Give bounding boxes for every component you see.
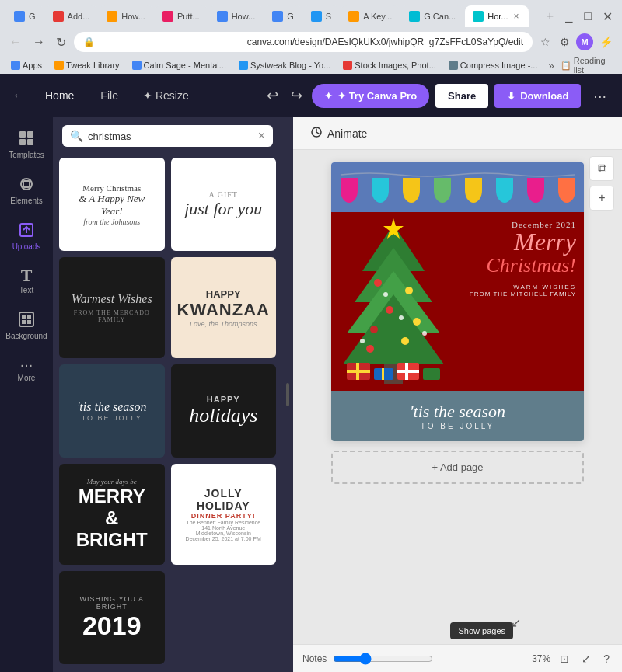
template-card-7[interactable]: May your days be MERRY & BRIGHT [59, 464, 165, 565]
add-page-button[interactable]: + Add page [331, 451, 584, 484]
resize-button[interactable]: ✦ Resize [134, 85, 198, 106]
animate-button[interactable]: Animate [302, 121, 375, 145]
extensions-icon[interactable]: ⚡ [596, 33, 616, 51]
download-button[interactable]: ⬇ Download [494, 84, 581, 108]
templates-icon [18, 130, 35, 149]
template-card-4[interactable]: HAPPY KWANZAA Love, the Thompsons [171, 257, 277, 358]
browser-tab-9[interactable]: G Can... [401, 5, 463, 27]
maximize-icon[interactable]: □ [581, 9, 595, 23]
tcard7-may: May your days be [87, 478, 137, 486]
sidebar-item-background[interactable]: Background [3, 305, 50, 347]
address-bar[interactable]: 🔒 canva.com/design/DAEsIQkUKx0/jwhipQR_g… [74, 32, 533, 52]
tcard5-jolly: TO BE JOLLY [82, 414, 142, 422]
template-card-1[interactable]: Merry Christmas & A Happy New Year! from… [59, 158, 165, 251]
copy-tool-button[interactable]: ⧉ [589, 156, 614, 181]
sidebar-item-templates[interactable]: Templates [3, 124, 50, 166]
svg-rect-11 [22, 320, 26, 324]
more-label: More [18, 374, 36, 383]
back-button[interactable]: ← [6, 32, 25, 52]
svg-rect-37 [382, 368, 384, 380]
toolbar-actions: ☆ ⚙ M ⚡ [537, 33, 616, 51]
more-options-button[interactable]: ··· [587, 84, 613, 108]
forward-button[interactable]: → [30, 32, 48, 52]
design-card: December 2021 Merry Christmas! WARM WISH… [331, 162, 584, 441]
reading-list[interactable]: 📋 Reading list [561, 56, 616, 75]
redo-button[interactable]: ↪ [288, 84, 306, 107]
bookmark-apps[interactable]: Apps [6, 59, 47, 71]
design-jolly-label: TO BE JOLLY [344, 422, 571, 430]
template-card-8[interactable]: JOLLY HOLIDAY DINNER PARTY! The Bennett … [171, 464, 277, 565]
share-button[interactable]: Share [435, 84, 488, 108]
design-footer: 'tis the season TO BE JOLLY [331, 391, 584, 441]
elements-label: Elements [10, 197, 43, 206]
file-button[interactable]: File [91, 85, 128, 106]
browser-titlebar: G Add... How... Putt... How... G [0, 0, 622, 28]
tcard4-love: Love, the Thompsons [190, 320, 257, 328]
bookmark-systweak-icon [239, 61, 248, 70]
new-tab-button[interactable]: + [540, 7, 559, 26]
try-canva-pro-button[interactable]: ✦ ✦ Try Canva Pro [312, 84, 429, 108]
sidebar-item-elements[interactable]: Elements [3, 169, 50, 212]
back-nav-button[interactable]: ← [9, 85, 28, 106]
sidebar-item-uploads[interactable]: Uploads [3, 215, 50, 258]
browser-tab-1[interactable]: G [6, 5, 44, 27]
template-card-3[interactable]: Warmest Wishes FROM THE MERCADO FAMILY [59, 257, 165, 358]
close-icon[interactable]: ✕ [599, 9, 616, 24]
star-icon[interactable]: ☆ [537, 33, 554, 51]
browser-tab-6[interactable]: G [264, 5, 302, 27]
svg-point-24 [370, 326, 378, 333]
bookmark-stock[interactable]: Stock Images, Phot... [338, 59, 441, 71]
tcard8-address3: Middletown, Wisconsin [196, 531, 251, 536]
svg-point-28 [399, 315, 404, 320]
design-lights-row [331, 162, 584, 212]
browser-tab-5[interactable]: How... [209, 5, 264, 27]
fit-screen-button[interactable]: ⊡ [557, 649, 572, 668]
browser-tab-8[interactable]: A Key... [341, 5, 400, 27]
design-merry: Merry [470, 229, 576, 254]
sidebar-item-more[interactable]: ··· More [3, 350, 50, 389]
settings-icon[interactable]: ⚙ [557, 33, 573, 51]
home-button[interactable]: Home [34, 85, 85, 106]
search-input[interactable] [88, 131, 253, 142]
tab-close-10[interactable]: × [512, 11, 520, 22]
template-card-6[interactable]: HAPPY holidays [171, 364, 277, 458]
bookmark-compress[interactable]: Compress Image -... [444, 59, 543, 71]
refresh-button[interactable]: ↻ [53, 32, 69, 53]
template-card-5[interactable]: 'tis the season TO BE JOLLY [59, 364, 165, 458]
template-card-2[interactable]: A GIFT just for you [171, 158, 277, 251]
undo-button[interactable]: ↩ [264, 84, 281, 107]
fullscreen-button[interactable]: ⤢ [578, 649, 594, 668]
add-tool-button[interactable]: + [589, 186, 614, 211]
bookmark-more[interactable]: » [545, 58, 557, 73]
browser-tab-2[interactable]: Add... [45, 5, 98, 27]
tcard8-jolly: JOLLY [204, 487, 243, 500]
profile-button[interactable]: M [576, 33, 593, 50]
browser-tab-10-active[interactable]: Hor... × [465, 5, 528, 27]
search-clear-button[interactable]: × [258, 130, 265, 142]
panel-scrollable: Merry Christmas & A Happy New Year! from… [53, 155, 282, 672]
bookmark-tweak-icon [54, 61, 64, 70]
panel-search: 🔍 × [53, 117, 282, 155]
browser-tab-7[interactable]: S [303, 5, 339, 27]
template-card-9[interactable]: WISHING YOU A BRIGHT 2019 [59, 571, 165, 664]
browser-tab-4[interactable]: Putt... [155, 5, 208, 27]
sidebar-item-text[interactable]: T Text [3, 261, 50, 301]
bookmark-tweak[interactable]: Tweak Library [50, 59, 124, 71]
app-container: ← Home File ✦ Resize ↩ ↪ ✦ ✦ Try Canva P… [0, 74, 622, 672]
tcard7-bright: & BRIGHT [67, 507, 157, 551]
help-button[interactable]: ? [600, 649, 613, 668]
bookmark-calm[interactable]: Calm Sage - Mental... [128, 59, 231, 71]
panel-resize-handle[interactable] [282, 117, 293, 672]
notes-slider[interactable] [333, 653, 433, 665]
tab-title-10: Hor... [487, 12, 508, 21]
tab-title-5: How... [232, 12, 256, 21]
bookmark-compress-label: Compress Image -... [460, 61, 538, 70]
tcard7-merry: MERRY [79, 486, 145, 507]
browser-tab-3[interactable]: How... [99, 5, 153, 27]
show-pages-tooltip: Show pages [450, 622, 513, 639]
canvas-scroll-area[interactable]: December 2021 Merry Christmas! WARM WISH… [293, 150, 622, 644]
svg-rect-8 [19, 312, 33, 326]
sidebar: Templates Elements Uploads T Text [0, 117, 53, 672]
minimize-icon[interactable]: ⎯ [562, 9, 576, 23]
bookmark-systweak[interactable]: Systweak Blog - Yo... [234, 59, 335, 71]
